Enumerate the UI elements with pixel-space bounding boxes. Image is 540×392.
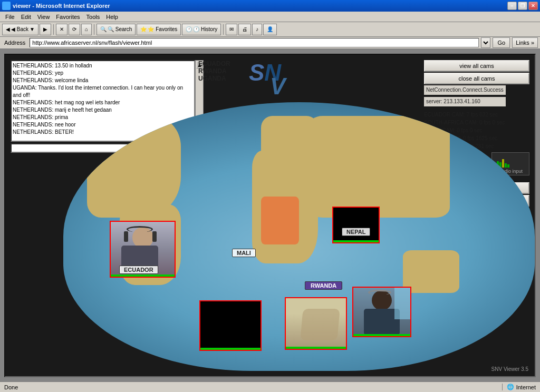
mail-icon: ✉ [229,26,234,32]
favorites-button[interactable]: ⭐ ⭐ Favorites [137,24,181,35]
connection-status: NetConnection.Connect.Success [424,85,506,95]
search-button[interactable]: 🔍 🔍 Search [97,24,136,35]
uganda-top-label: UGANDA [198,75,230,82]
go-button[interactable]: Go [493,37,510,48]
cam-statuses: NetConnection.Connect.Success server: 21… [424,85,506,109]
bar4 [502,159,504,168]
dropdown-icon: ▼ [30,26,35,32]
star-icon: ⭐ [140,26,147,32]
headset-right [152,231,157,242]
nepal-label: NEPAL [342,228,370,236]
clock-icon: 🕐 [186,26,192,32]
uganda-audio-bar [286,347,346,349]
minimize-button[interactable]: − [507,2,517,10]
window-controls[interactable]: − ❐ ✕ [507,2,538,10]
nepal-audio-bar [333,240,379,242]
chat-line-2: NETHERLANDS: welcome linda [13,77,193,84]
media-button[interactable]: ♪ [252,24,262,35]
back-icon: ◀ [6,26,10,32]
search-icon: 🔍 [100,26,107,32]
stop-button[interactable]: ✕ [56,24,68,35]
browser-content: NETHERLANDS: 13.50 in holladn NETHERLAND… [0,50,540,381]
ecuador-audio-bar [111,275,175,277]
messenger-button[interactable]: 👤 [263,24,277,35]
menu-help[interactable]: Help [103,13,121,21]
sa-audio-bar [353,334,410,336]
sa-person-bg [353,288,410,336]
south-africa-webcam [352,287,411,337]
statusbar: Done 🌐 Internet [0,381,540,392]
status-text: Done [4,384,498,390]
rwanda-top-label: RWANDA [198,67,230,75]
chat-line-1: NETHERLANDS: yep [13,70,193,77]
nepal-webcam [332,207,380,243]
internet-zone: 🌐 Internet [502,384,536,390]
close-all-cams-button[interactable]: close all cams [424,73,529,84]
menu-favorites[interactable]: Favorites [53,13,83,21]
menu-view[interactable]: View [34,13,53,21]
north-america [87,116,181,218]
address-input[interactable] [30,38,479,47]
refresh-button[interactable]: ⟳ [69,24,80,35]
chat-line-0: NETHERLANDS: 13.50 in holladn [13,62,193,70]
menu-file[interactable]: File [2,13,18,21]
ecuador-label: ECUADOR [119,266,158,274]
title-bar: viewer - Microsoft Internet Explorer − ❐… [0,0,540,12]
rwanda-audio-bar [200,348,261,350]
separator-2 [94,24,94,35]
menu-bar: File Edit View Favorites Tools Help [0,12,540,22]
mali-highlight [261,197,299,245]
links-button[interactable]: Links » [512,37,538,48]
menu-tools[interactable]: Tools [83,13,103,21]
zone-label: Internet [516,384,536,390]
sa-headset [368,290,391,295]
view-all-cams-button[interactable]: view all cams [424,60,529,72]
window-title: viewer - Microsoft Internet Explorer [13,3,507,9]
snv-version: SNV Viewer 3.5 [491,366,528,372]
ie-icon [2,2,11,10]
globe-icon: 🌐 [507,384,514,390]
print-icon: 🖨 [242,26,247,32]
toolbar: ◀ ◀ Back ▼ ▶ ✕ ⟳ ⌂ 🔍 🔍 Search ⭐ ⭐ Favori… [0,22,540,37]
uganda-webcam [285,297,347,350]
forward-button[interactable]: ▶ [40,24,51,35]
snv-s: S [249,60,264,85]
home-button[interactable]: ⌂ [81,24,92,35]
restore-button[interactable]: ❐ [518,2,527,10]
forward-icon: ▶ [43,26,47,32]
history-button[interactable]: 🕐 🕐 History [182,24,221,35]
address-label: Address [2,40,27,46]
mali-label: MALI [232,249,256,257]
address-dropdown[interactable] [481,37,490,48]
menu-edit[interactable]: Edit [18,13,34,21]
asia [308,116,450,218]
ecuador-top-label: ECUADOR [198,60,230,67]
refresh-icon: ⟳ [72,26,76,32]
chat-line-3: UGANDA: Thanks. I'd lost the internet co… [13,84,193,99]
country-list-top: ECUADOR RWANDA UGANDA [198,60,230,82]
print-button[interactable]: 🖨 [238,24,251,35]
home-icon: ⌂ [85,26,88,32]
chat-line-5: NETHERLANDS: marij e heeft het gedaan [13,106,193,114]
headset [127,226,153,232]
media-icon: ♪ [256,26,258,32]
uganda-person-bg [286,298,346,349]
server-info: server: 213.133.41.160 [424,97,506,106]
separator-3 [223,24,224,35]
bar6 [507,164,509,168]
close-button[interactable]: ✕ [528,2,538,10]
address-bar: Address Go Links » [0,37,540,50]
mail-button[interactable]: ✉ [226,24,237,35]
chat-line-4: NETHERLANDS: het mag nog wel iets harder [13,99,193,106]
rwanda-label: RWANDA [305,281,342,290]
person-blur [300,309,340,340]
bar5 [505,163,507,168]
stop-icon: ✕ [60,26,64,32]
audio-section: NetConnection.Connect.Success server: 21… [424,85,529,109]
rwanda-webcam [199,300,262,351]
separator-1 [53,24,54,35]
headset-left [124,231,128,242]
messenger-icon: 👤 [267,26,273,32]
snv-v: V [270,75,285,98]
back-button[interactable]: ◀ ◀ Back ▼ [2,24,38,35]
